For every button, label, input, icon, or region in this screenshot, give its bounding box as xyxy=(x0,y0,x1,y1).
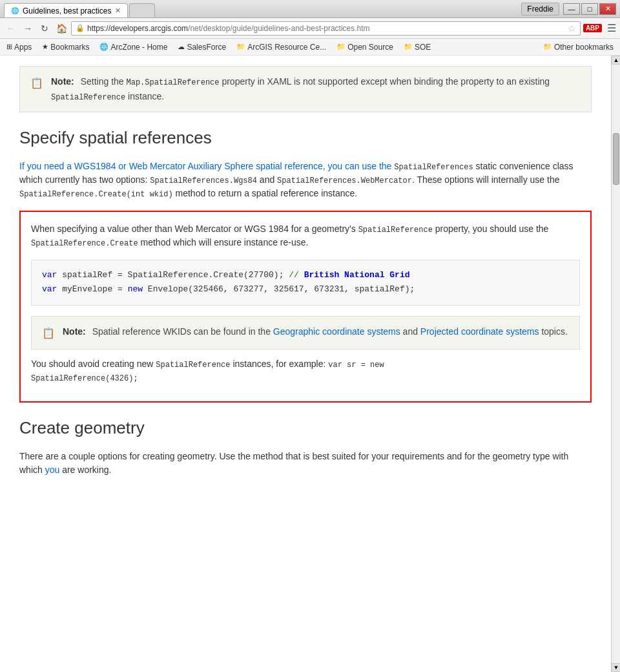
create-method-code: SpatialReference.Create(int wkid) xyxy=(19,190,173,199)
browser-content: 📋 Note: Setting the Map.SpatialReference… xyxy=(0,56,620,672)
note-box-1: 📋 Note: Setting the Map.SpatialReference… xyxy=(19,66,592,112)
note-content-2: Note: Spatial reference WKIDs can be fou… xyxy=(63,324,568,341)
refresh-button[interactable]: ↻ xyxy=(37,21,52,36)
hl-text-1: When specifying a value other than Web M… xyxy=(31,224,358,234)
scrollbar[interactable]: ▲ ▼ xyxy=(611,56,620,672)
note-text-1b: property in XAML is not supported except… xyxy=(220,76,550,87)
spatial-text-5: method to return a spatial reference ins… xyxy=(173,188,358,198)
proj-coord-link[interactable]: Projected coordinate systems xyxy=(420,326,539,337)
code-block-1: var spatialRef = SpatialReference.Create… xyxy=(31,260,580,305)
scrollbar-down-button[interactable]: ▼ xyxy=(612,663,620,672)
bookmark-soe-label: SOE xyxy=(415,43,431,52)
code-comment-1: // British National Grid xyxy=(289,270,409,280)
bookmark-soe[interactable]: 📁 SOE xyxy=(401,41,433,53)
bookmark-arcgis-resource[interactable]: 📁 ArcGIS Resource Ce... xyxy=(234,41,329,53)
spatial-ref-code: SpatialReferences xyxy=(394,163,473,172)
bookmark-other[interactable]: 📁 Other bookmarks xyxy=(541,41,616,53)
browser-menu-button[interactable]: ☰ xyxy=(607,22,616,34)
tab-close-button[interactable]: ✕ xyxy=(115,6,121,15)
scrollbar-up-button[interactable]: ▲ xyxy=(612,56,620,65)
code-class-2: Envelope(325466, 673277, 325617, 673231,… xyxy=(143,284,415,294)
salesforce-icon: ☁ xyxy=(178,43,185,51)
nav-bar: ← → ↻ 🏠 🔒 https://developers.arcgis.com/… xyxy=(0,18,620,39)
bookmark-arczone[interactable]: 🌐 ArcZone - Home xyxy=(97,41,170,53)
bookmark-salesforce-label: SalesForce xyxy=(187,43,226,52)
geo-coord-link[interactable]: Geographic coordinate systems xyxy=(273,326,400,337)
code-line-2: var myEnvelope = new Envelope(325466, 67… xyxy=(42,282,569,297)
code-line-1: var spatialRef = SpatialReference.Create… xyxy=(42,268,569,282)
avoid-para: You should avoid creating new SpatialRef… xyxy=(31,357,580,384)
window-controls: — □ ✕ xyxy=(563,3,616,15)
note-text-2a: Spatial reference WKIDs can be found in … xyxy=(92,326,273,337)
geometry-text-2: are working. xyxy=(59,465,111,475)
bookmark-arcgis-resource-label: ArcGIS Resource Ce... xyxy=(247,43,326,52)
folder-icon-other: 📁 xyxy=(543,43,552,51)
folder-icon-1: 📁 xyxy=(236,43,245,51)
minimize-button[interactable]: — xyxy=(563,3,580,15)
back-button[interactable]: ← xyxy=(4,21,18,36)
avoid-code-1: SpatialReference xyxy=(156,361,230,370)
active-tab[interactable]: 🌐 Guidelines, best practices ✕ xyxy=(4,3,128,17)
spatial-text-4: . These options will internally use the xyxy=(412,174,560,185)
webmercator-code: SpatialReferences.WebMercator xyxy=(277,176,412,185)
code-var-1: spatialRef = SpatialReference.Create(277… xyxy=(57,270,289,280)
bookmark-open-source[interactable]: 📁 Open Source xyxy=(334,41,396,53)
url-path: /net/desktop/guide/guidelines-and-best-p… xyxy=(188,24,370,33)
restore-button[interactable]: □ xyxy=(581,3,598,15)
section-heading-geometry: Create geometry xyxy=(19,415,592,441)
scrollbar-thumb[interactable] xyxy=(613,133,619,185)
note-text-2c: topics. xyxy=(539,326,568,337)
new-tab-button[interactable] xyxy=(129,3,155,17)
note-content-1: Note: Setting the Map.SpatialReference p… xyxy=(51,74,581,104)
bookmark-bookmarks-label: Bookmarks xyxy=(50,43,89,52)
avoid-code-inline: var sr = new xyxy=(328,361,384,370)
note-text-2b: and xyxy=(400,326,420,337)
bookmark-star-button[interactable]: ☆ xyxy=(568,23,576,34)
bookmark-salesforce[interactable]: ☁ SalesForce xyxy=(175,41,229,53)
user-label: Freddie xyxy=(521,3,559,16)
tab-strip: 🌐 Guidelines, best practices ✕ xyxy=(4,0,521,17)
adblock-badge[interactable]: ABP xyxy=(583,24,602,32)
section-heading-spatial: Specify spatial references xyxy=(19,125,592,151)
bookmark-other-label: Other bookmarks xyxy=(554,43,614,52)
address-bar[interactable]: 🔒 https://developers.arcgis.com/net/desk… xyxy=(71,21,581,36)
folder-icon-3: 📁 xyxy=(404,43,413,51)
forward-button[interactable]: → xyxy=(21,21,35,36)
note-text-1c: instance. xyxy=(125,91,164,101)
spatial-intro-link: If you need a WGS1984 or Web Mercator Au… xyxy=(19,161,394,171)
highlight-para-1: When specifying a value other than Web M… xyxy=(31,222,580,249)
code-kw-1: var xyxy=(42,270,57,280)
bookmark-open-source-label: Open Source xyxy=(347,43,393,52)
highlight-box: When specifying a value other than Web M… xyxy=(19,211,592,402)
home-button[interactable]: 🏠 xyxy=(54,21,68,36)
title-bar: 🌐 Guidelines, best practices ✕ Freddie —… xyxy=(0,0,620,18)
avoid-code-2: SpatialReference(4326); xyxy=(31,374,138,383)
close-button[interactable]: ✕ xyxy=(599,3,616,15)
bookmark-apps[interactable]: ⊞ Apps xyxy=(4,41,34,53)
avoid-text-2: instances, for example: var sr = new xyxy=(231,359,384,369)
bookmark-apps-label: Apps xyxy=(14,43,32,52)
code-kw-2: var xyxy=(42,284,57,294)
note-code-1b: SpatialReference xyxy=(51,93,125,102)
geometry-intro-para: There are a couple options for creating … xyxy=(19,450,592,477)
note-label-2: Note: xyxy=(63,326,86,337)
note-code-1a: Map.SpatialReference xyxy=(127,78,220,87)
geometry-you-link[interactable]: you xyxy=(45,465,60,475)
bookmarks-star-icon: ★ xyxy=(42,43,48,51)
avoid-text-1: You should avoid creating new xyxy=(31,359,156,369)
note-label-1: Note: xyxy=(51,76,74,87)
hl-code-1: SpatialReference xyxy=(358,226,433,235)
bookmarks-bar: ⊞ Apps ★ Bookmarks 🌐 ArcZone - Home ☁ Sa… xyxy=(0,39,620,56)
url-domain: https://developers.arcgis.com xyxy=(87,24,188,33)
hl-code-2: SpatialReference.Create xyxy=(31,239,138,248)
code-new-kw: new xyxy=(128,284,143,294)
note-icon-2: 📋 xyxy=(42,326,55,341)
hl-text-3: method which will ensure instance re-use… xyxy=(138,237,309,247)
bookmark-bookmarks[interactable]: ★ Bookmarks xyxy=(39,41,92,53)
spatial-text-3: and xyxy=(257,174,277,185)
folder-icon-2: 📁 xyxy=(336,43,346,51)
hl-text-2: property, you should use the xyxy=(433,224,549,234)
spatial-intro-para: If you need a WGS1984 or Web Mercator Au… xyxy=(19,160,592,200)
note-box-2: 📋 Note: Spatial reference WKIDs can be f… xyxy=(31,316,580,350)
bookmark-arczone-label: ArcZone - Home xyxy=(110,43,167,52)
